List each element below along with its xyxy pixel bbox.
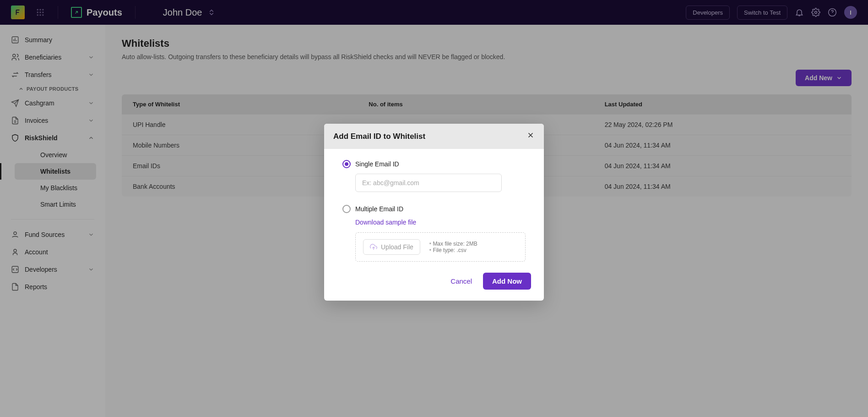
hint-type: File type: .csv [429, 247, 477, 253]
email-input[interactable] [355, 174, 502, 192]
radio-icon [342, 160, 351, 168]
upload-label: Upload File [381, 243, 413, 251]
radio-multiple-email[interactable]: Multiple Email ID [342, 205, 526, 213]
modal-title: Add Email ID to Whitelist [333, 132, 425, 141]
modal-overlay[interactable]: Add Email ID to Whitelist Single Email I… [0, 0, 868, 417]
add-email-modal: Add Email ID to Whitelist Single Email I… [324, 124, 544, 301]
close-icon[interactable] [526, 131, 535, 142]
modal-body: Single Email ID Multiple Email ID Downlo… [324, 149, 544, 263]
radio-icon [342, 205, 351, 213]
upload-icon [370, 243, 377, 251]
radio-label: Multiple Email ID [355, 205, 403, 213]
modal-header: Add Email ID to Whitelist [324, 124, 544, 149]
upload-area: Upload File Max file size: 2MB File type… [355, 232, 526, 262]
download-sample-link[interactable]: Download sample file [355, 219, 526, 226]
add-now-button[interactable]: Add Now [483, 273, 531, 290]
hint-size: Max file size: 2MB [429, 241, 477, 247]
radio-label: Single Email ID [355, 160, 399, 168]
upload-hints: Max file size: 2MB File type: .csv [429, 241, 477, 253]
modal-footer: Cancel Add Now [324, 263, 544, 301]
upload-file-button[interactable]: Upload File [363, 239, 420, 255]
radio-single-email[interactable]: Single Email ID [342, 160, 526, 168]
cancel-button[interactable]: Cancel [450, 277, 472, 285]
